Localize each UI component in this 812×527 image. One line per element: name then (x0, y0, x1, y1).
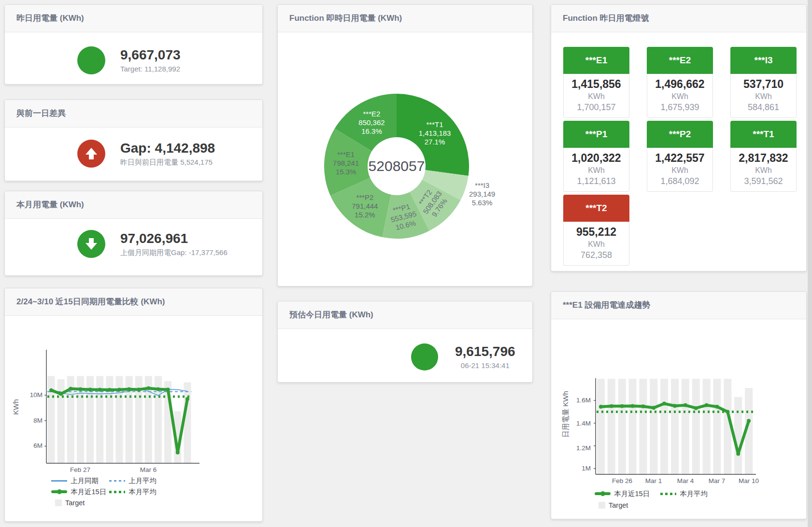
tile-value: 2,817,832 (731, 151, 796, 165)
compare-chart (5, 288, 262, 521)
legend-item-this-month[interactable]: 本月近15日 (51, 487, 106, 496)
light-tile-p2: ***P2 1,422,557 KWh 1,684,092 (647, 121, 713, 192)
scrollbar[interactable] (808, 0, 812, 527)
tile-name: ***E1 (585, 55, 607, 65)
tile-target-value: 3,591,562 (731, 176, 796, 187)
tile-name: ***T2 (585, 203, 607, 213)
target-bar (660, 379, 668, 474)
stat-value: 9,615,796 (455, 344, 515, 359)
target-bar (650, 379, 657, 474)
y-tick: 8M (19, 417, 43, 424)
data-point[interactable] (166, 387, 170, 391)
data-point[interactable] (610, 404, 613, 408)
legend-label: 本月平均 (680, 489, 708, 499)
target-bar (597, 379, 605, 474)
data-point[interactable] (736, 452, 740, 456)
data-point[interactable] (146, 386, 150, 390)
data-point[interactable] (631, 404, 635, 408)
data-point[interactable] (620, 404, 624, 408)
data-point[interactable] (185, 397, 189, 401)
panel-title: 昨日用電量 (KWh) (16, 5, 84, 32)
tile-unit: KWh (564, 91, 629, 102)
data-point[interactable] (108, 388, 112, 392)
data-point[interactable] (726, 410, 729, 414)
target-bar (692, 379, 700, 474)
data-point[interactable] (137, 387, 141, 391)
stat-value: 97,026,961 (120, 231, 228, 246)
light-tile-p1: ***P1 1,020,322 KWh 1,121,613 (563, 121, 629, 192)
panel-header: ***E1 設備用電達成趨勢 (551, 292, 806, 319)
stat-subtitle: 上個月同期用電Gap: -17,377,566 (120, 248, 228, 257)
status-circle-icon (77, 46, 105, 74)
panel-header: Function 昨日用電燈號 (551, 5, 806, 32)
panel-header: 預估今日用電量 (KWh) (278, 301, 532, 329)
y-tick: 1M (568, 465, 591, 472)
legend-item-last-month[interactable]: 上月同期 (51, 476, 99, 485)
data-point[interactable] (59, 392, 63, 396)
panel-yesterday-lights: Function 昨日用電燈號 ***E1 1,415,856 KWh 1,70… (551, 4, 807, 271)
y-axis-label: 日用電量 KWh (561, 385, 570, 443)
e1-trend-chart (551, 292, 806, 519)
data-point[interactable] (652, 406, 655, 410)
legend-item-this-month-avg[interactable]: 本月平均 (660, 489, 708, 498)
tile-header: ***E1 (563, 47, 629, 74)
legend-item-this-month-avg[interactable]: 本月平均 (109, 487, 157, 496)
panel-header: Function 即時日用電量 (KWh) (278, 5, 532, 32)
data-point[interactable] (49, 388, 53, 392)
data-point[interactable] (673, 404, 677, 408)
data-point[interactable] (78, 387, 82, 391)
stat-subtitle: 昨日與前日用電量 5,524,175 (120, 157, 215, 167)
tile-target-value: 1,684,092 (647, 176, 712, 187)
down-arrow-icon (77, 230, 105, 258)
tile-name: ***P1 (585, 129, 607, 139)
legend-item-last-month-avg[interactable]: 上月平均 (109, 476, 157, 485)
tile-header: ***E2 (647, 47, 713, 74)
panel-title: Function 即時日用電量 (KWh) (289, 5, 402, 32)
panel-month-usage: 本月用電量 (KWh) 97,026,961 上個月同期用電Gap: -17,3… (4, 191, 263, 276)
legend-item-target[interactable]: Target (598, 501, 628, 510)
data-point[interactable] (88, 387, 92, 391)
data-point[interactable] (715, 405, 719, 409)
data-point[interactable] (694, 406, 698, 410)
light-tile-e2: ***E2 1,496,662 KWh 1,675,939 (647, 47, 713, 118)
donut-center-total: 5208057 (369, 158, 425, 174)
tile-header: ***I3 (730, 47, 797, 74)
target-bar (184, 383, 191, 463)
data-point[interactable] (127, 387, 131, 391)
target-bar (671, 379, 679, 474)
tile-target-value: 584,861 (731, 102, 796, 113)
legend-label: 上月同期 (71, 476, 99, 485)
data-point[interactable] (157, 387, 160, 391)
data-point[interactable] (98, 388, 102, 392)
legend-item-target[interactable]: Target (55, 499, 85, 507)
tile-unit: KWh (564, 165, 629, 176)
tile-target-value: 762,358 (564, 250, 629, 261)
data-point[interactable] (599, 405, 603, 409)
panel-header: 與前一日差異 (5, 100, 262, 128)
y-tick: 1.2M (568, 444, 591, 452)
legend-label: Target (609, 501, 628, 509)
data-point[interactable] (684, 403, 687, 407)
tile-target-value: 1,121,613 (564, 176, 629, 187)
tile-name: ***I3 (754, 55, 772, 65)
tile-header: ***P2 (647, 121, 713, 148)
data-point[interactable] (69, 387, 72, 391)
tile-value: 537,710 (731, 77, 796, 91)
data-point[interactable] (662, 402, 666, 406)
light-tile-e1: ***E1 1,415,856 KWh 1,700,157 (563, 47, 629, 118)
tile-unit: KWh (731, 165, 796, 176)
legend-item-this-month[interactable]: 本月近15日 (595, 489, 650, 498)
data-point[interactable] (176, 451, 180, 455)
tile-unit: KWh (647, 165, 712, 176)
data-point[interactable] (641, 404, 645, 408)
legend-label: Target (65, 499, 85, 507)
tile-unit: KWh (564, 239, 629, 250)
stat-value: Gap: 4,142,898 (120, 141, 215, 156)
data-point[interactable] (117, 388, 121, 392)
legend-thick-green-icon (595, 492, 611, 495)
data-point[interactable] (747, 419, 751, 423)
x-tick: Mar 1 (637, 477, 670, 484)
y-tick: 10M (19, 391, 43, 399)
data-point[interactable] (705, 403, 709, 407)
panel-gap-previous-day: 與前一日差異 Gap: 4,142,898 昨日與前日用電量 5,524,175 (4, 100, 263, 181)
